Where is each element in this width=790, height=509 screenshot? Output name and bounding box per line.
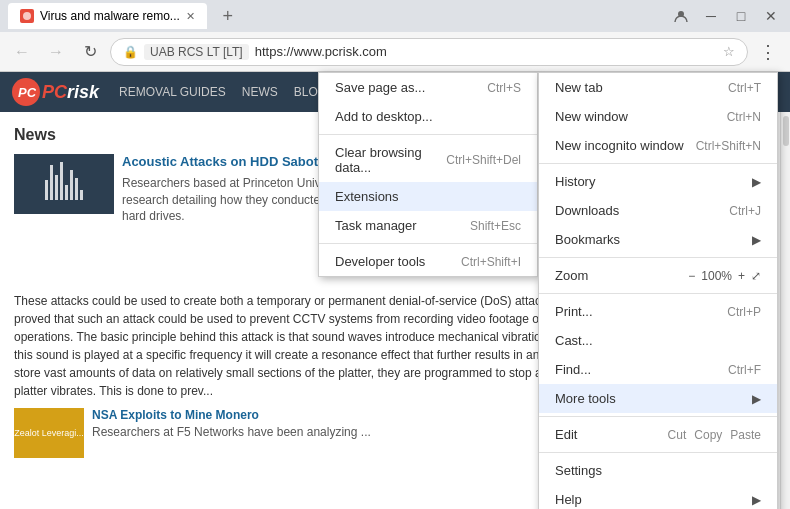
chrome-context-menu: New tab Ctrl+T New window Ctrl+N New inc… bbox=[538, 72, 778, 509]
menu-new-window-label: New window bbox=[555, 109, 628, 124]
menu-more-tools-label: More tools bbox=[555, 391, 616, 406]
divider-5 bbox=[539, 452, 777, 453]
menu-incognito[interactable]: New incognito window Ctrl+Shift+N bbox=[539, 131, 777, 160]
menu-bookmarks-arrow: ▶ bbox=[752, 233, 761, 247]
new-tab-button[interactable]: + bbox=[215, 3, 241, 29]
article-3-thumb: Zealot Leveragi... bbox=[14, 408, 84, 458]
forward-button[interactable]: → bbox=[42, 38, 70, 66]
menu-print-shortcut: Ctrl+P bbox=[727, 305, 761, 319]
address-text: https://www.pcrisk.com bbox=[255, 44, 387, 59]
menu-history-arrow: ▶ bbox=[752, 175, 761, 189]
bookmark-star-icon[interactable]: ☆ bbox=[723, 44, 735, 59]
menu-bookmarks[interactable]: Bookmarks ▶ bbox=[539, 225, 777, 254]
zoom-minus[interactable]: − bbox=[688, 269, 695, 283]
menu-new-window-shortcut: Ctrl+N bbox=[727, 110, 761, 124]
menu-help-arrow: ▶ bbox=[752, 493, 761, 507]
close-button[interactable]: ✕ bbox=[760, 5, 782, 27]
chrome-menu-button[interactable]: ⋮ bbox=[754, 38, 782, 66]
divider-2 bbox=[539, 257, 777, 258]
divider-3 bbox=[539, 293, 777, 294]
submenu-extensions[interactable]: Extensions bbox=[319, 182, 537, 211]
nav-removal-guides[interactable]: REMOVAL GUIDES bbox=[119, 85, 226, 99]
menu-print-label: Print... bbox=[555, 304, 593, 319]
submenu-divider-1 bbox=[319, 134, 537, 135]
menu-help[interactable]: Help ▶ bbox=[539, 485, 777, 509]
menu-history[interactable]: History ▶ bbox=[539, 167, 777, 196]
zoom-level: 100% bbox=[701, 269, 732, 283]
zoom-plus[interactable]: + bbox=[738, 269, 745, 283]
svg-text:PC: PC bbox=[18, 85, 36, 100]
browser-tab[interactable]: Virus and malware remo... ✕ bbox=[8, 3, 207, 29]
logo-text: PCrisk bbox=[42, 82, 99, 103]
title-bar-controls: ─ □ ✕ bbox=[670, 5, 782, 27]
refresh-button[interactable]: ↻ bbox=[76, 38, 104, 66]
tab-close-button[interactable]: ✕ bbox=[186, 10, 195, 23]
tab-title: Virus and malware remo... bbox=[40, 9, 180, 23]
address-badge: UAB RCS LT [LT] bbox=[144, 44, 249, 60]
menu-new-window[interactable]: New window Ctrl+N bbox=[539, 102, 777, 131]
menu-find-shortcut: Ctrl+F bbox=[728, 363, 761, 377]
nav-news[interactable]: NEWS bbox=[242, 85, 278, 99]
menu-help-label: Help bbox=[555, 492, 582, 507]
submenu-save-page-shortcut: Ctrl+S bbox=[487, 81, 521, 95]
divider-4 bbox=[539, 416, 777, 417]
submenu-task-manager-shortcut: Shift+Esc bbox=[470, 219, 521, 233]
submenu-save-page[interactable]: Save page as... Ctrl+S bbox=[319, 73, 537, 102]
lock-icon: 🔒 bbox=[123, 45, 138, 59]
menu-downloads-label: Downloads bbox=[555, 203, 619, 218]
menu-settings[interactable]: Settings bbox=[539, 456, 777, 485]
menu-new-tab[interactable]: New tab Ctrl+T bbox=[539, 73, 777, 102]
scroll-thumb[interactable] bbox=[783, 116, 789, 146]
menu-new-tab-label: New tab bbox=[555, 80, 603, 95]
title-bar: Virus and malware remo... ✕ + ─ □ ✕ bbox=[0, 0, 790, 32]
article-3-title[interactable]: NSA Exploits to Mine Monero bbox=[92, 408, 371, 422]
menu-more-tools-arrow: ▶ bbox=[752, 392, 761, 406]
maximize-button[interactable]: □ bbox=[730, 5, 752, 27]
submenu-clear-browsing-label: Clear browsing data... bbox=[335, 145, 446, 175]
tab-favicon bbox=[20, 9, 34, 23]
submenu-dev-tools-shortcut: Ctrl+Shift+I bbox=[461, 255, 521, 269]
menu-edit: Edit Cut Copy Paste bbox=[539, 420, 777, 449]
menu-incognito-label: New incognito window bbox=[555, 138, 684, 153]
submenu-extensions-label: Extensions bbox=[335, 189, 399, 204]
menu-edit-label: Edit bbox=[555, 427, 577, 442]
zoom-fullscreen[interactable]: ⤢ bbox=[751, 269, 761, 283]
submenu-add-desktop-label: Add to desktop... bbox=[335, 109, 433, 124]
back-button[interactable]: ← bbox=[8, 38, 36, 66]
menu-zoom-controls: − 100% + ⤢ bbox=[688, 269, 761, 283]
menu-paste[interactable]: Paste bbox=[730, 428, 761, 442]
user-icon[interactable] bbox=[670, 5, 692, 27]
submenu-save-page-label: Save page as... bbox=[335, 80, 425, 95]
minimize-button[interactable]: ─ bbox=[700, 5, 722, 27]
submenu-dev-tools-label: Developer tools bbox=[335, 254, 425, 269]
menu-incognito-shortcut: Ctrl+Shift+N bbox=[696, 139, 761, 153]
more-tools-submenu: Save page as... Ctrl+S Add to desktop...… bbox=[318, 72, 538, 277]
menu-downloads-shortcut: Ctrl+J bbox=[729, 204, 761, 218]
menu-new-tab-shortcut: Ctrl+T bbox=[728, 81, 761, 95]
submenu-add-desktop[interactable]: Add to desktop... bbox=[319, 102, 537, 131]
menu-settings-label: Settings bbox=[555, 463, 602, 478]
menu-zoom[interactable]: Zoom − 100% + ⤢ bbox=[539, 261, 777, 290]
submenu-divider-2 bbox=[319, 243, 537, 244]
menu-downloads[interactable]: Downloads Ctrl+J bbox=[539, 196, 777, 225]
submenu-dev-tools[interactable]: Developer tools Ctrl+Shift+I bbox=[319, 247, 537, 276]
menu-more-tools[interactable]: More tools ▶ bbox=[539, 384, 777, 413]
submenu-task-manager[interactable]: Task manager Shift+Esc bbox=[319, 211, 537, 240]
menu-bookmarks-label: Bookmarks bbox=[555, 232, 620, 247]
scrollbar[interactable] bbox=[780, 112, 790, 509]
menu-print[interactable]: Print... Ctrl+P bbox=[539, 297, 777, 326]
menu-cast[interactable]: Cast... bbox=[539, 326, 777, 355]
menu-edit-actions: Cut Copy Paste bbox=[668, 428, 761, 442]
submenu-clear-browsing[interactable]: Clear browsing data... Ctrl+Shift+Del bbox=[319, 138, 537, 182]
article-3-text: NSA Exploits to Mine Monero Researchers … bbox=[92, 408, 371, 458]
menu-copy[interactable]: Copy bbox=[694, 428, 722, 442]
site-logo: PC PCrisk bbox=[12, 78, 99, 106]
logo-circle: PC bbox=[12, 78, 40, 106]
submenu-clear-browsing-shortcut: Ctrl+Shift+Del bbox=[446, 153, 521, 167]
svg-point-0 bbox=[23, 12, 31, 20]
address-bar[interactable]: 🔒 UAB RCS LT [LT] https://www.pcrisk.com… bbox=[110, 38, 748, 66]
menu-zoom-label: Zoom bbox=[555, 268, 588, 283]
nav-bar: ← → ↻ 🔒 UAB RCS LT [LT] https://www.pcri… bbox=[0, 32, 790, 72]
menu-cut[interactable]: Cut bbox=[668, 428, 687, 442]
menu-find[interactable]: Find... Ctrl+F bbox=[539, 355, 777, 384]
